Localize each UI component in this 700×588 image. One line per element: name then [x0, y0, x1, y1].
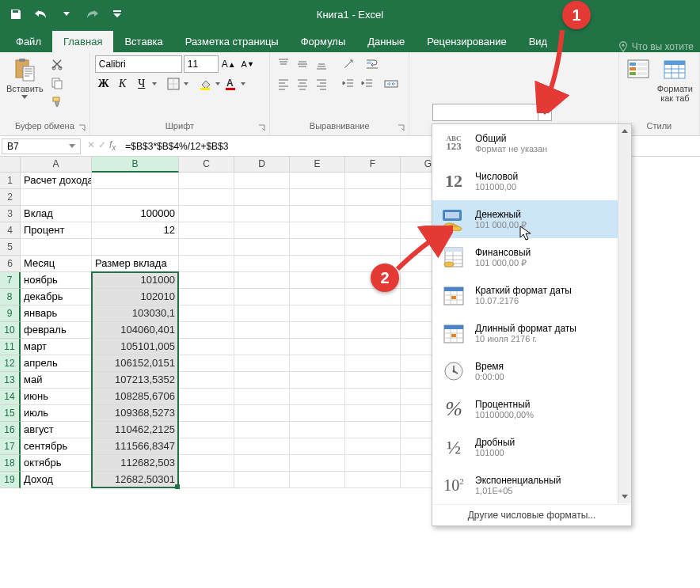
- font-size-select[interactable]: [184, 55, 219, 73]
- underline-button[interactable]: Ч: [133, 75, 150, 93]
- number-format-scientific[interactable]: 102Экспоненциальный1,01E+05: [432, 466, 631, 504]
- cell[interactable]: [234, 438, 290, 455]
- cell[interactable]: [179, 239, 234, 256]
- cell[interactable]: [345, 389, 401, 405]
- number-format-accounting[interactable]: Финансовый101 000,00 ₽: [432, 238, 631, 276]
- align-middle-button[interactable]: [294, 55, 311, 73]
- col-header-C[interactable]: C: [179, 157, 234, 173]
- save-button[interactable]: [5, 3, 27, 25]
- cell[interactable]: [345, 339, 401, 355]
- cell[interactable]: 12682,50301: [92, 472, 179, 488]
- cell[interactable]: [21, 189, 92, 206]
- fx-icon[interactable]: fx: [109, 139, 116, 152]
- cell[interactable]: [234, 355, 290, 372]
- cell[interactable]: [345, 455, 401, 472]
- tab-insert[interactable]: Вставка: [113, 31, 173, 52]
- copy-button[interactable]: [48, 74, 66, 92]
- cell[interactable]: [234, 405, 290, 422]
- tab-page-layout[interactable]: Разметка страницы: [174, 31, 290, 52]
- row-header[interactable]: 2: [0, 189, 21, 206]
- cell[interactable]: Процент: [21, 222, 92, 239]
- cell[interactable]: [21, 239, 92, 256]
- font-expand[interactable]: [257, 123, 268, 134]
- enter-formula-icon[interactable]: ✓: [98, 139, 106, 152]
- cell[interactable]: [179, 305, 234, 322]
- cell[interactable]: [179, 422, 234, 438]
- undo-dropdown[interactable]: [55, 3, 78, 25]
- cell[interactable]: [290, 289, 345, 305]
- col-header-F[interactable]: F: [345, 157, 401, 173]
- cell[interactable]: [290, 272, 345, 289]
- row-header[interactable]: 1: [0, 173, 21, 189]
- cell[interactable]: [234, 455, 290, 472]
- increase-font-button[interactable]: A▲: [220, 55, 238, 73]
- row-header[interactable]: 7: [0, 272, 21, 289]
- fill-dropdown-icon[interactable]: [215, 82, 220, 85]
- tab-formulas[interactable]: Формулы: [290, 31, 357, 52]
- dropdown-scrollbar[interactable]: [618, 124, 631, 503]
- name-box[interactable]: B7: [2, 138, 81, 154]
- tell-me-search[interactable]: Что вы хотите: [618, 41, 700, 52]
- row-header[interactable]: 16: [0, 422, 21, 438]
- decrease-font-button[interactable]: A▼: [239, 55, 257, 73]
- increase-indent-button[interactable]: [359, 75, 376, 93]
- cell[interactable]: [290, 222, 345, 239]
- cell[interactable]: [234, 256, 290, 272]
- cell[interactable]: декабрь: [21, 289, 92, 305]
- cell[interactable]: [290, 389, 345, 405]
- col-header-E[interactable]: E: [290, 157, 345, 173]
- decrease-indent-button[interactable]: [340, 75, 357, 93]
- row-header[interactable]: 17: [0, 438, 21, 455]
- paste-button[interactable]: Вставить: [5, 55, 45, 101]
- cell[interactable]: сентябрь: [21, 438, 92, 455]
- qat-customize[interactable]: [106, 3, 128, 25]
- cell[interactable]: 103030,1: [92, 305, 179, 322]
- tab-home[interactable]: Главная: [52, 31, 113, 52]
- row-header[interactable]: 5: [0, 239, 21, 256]
- row-header[interactable]: 6: [0, 256, 21, 272]
- cell[interactable]: 111566,8347: [92, 438, 179, 455]
- row-header[interactable]: 15: [0, 405, 21, 422]
- tab-file[interactable]: Файл: [5, 31, 52, 52]
- cell[interactable]: 109368,5273: [92, 405, 179, 422]
- cell[interactable]: [345, 305, 401, 322]
- row-header[interactable]: 11: [0, 339, 21, 355]
- cell[interactable]: Вклад: [21, 206, 92, 222]
- cell[interactable]: [290, 422, 345, 438]
- cell[interactable]: Расчет дохода от вклада: [21, 173, 92, 189]
- cell[interactable]: [179, 206, 234, 222]
- cell[interactable]: [234, 472, 290, 488]
- cell[interactable]: Месяц: [21, 256, 92, 272]
- cell[interactable]: [234, 173, 290, 189]
- align-bottom-button[interactable]: [313, 55, 330, 73]
- cut-button[interactable]: [48, 55, 66, 73]
- cell[interactable]: [234, 289, 290, 305]
- col-header-A[interactable]: A: [21, 157, 92, 173]
- cell[interactable]: ноябрь: [21, 272, 92, 289]
- cell[interactable]: [345, 189, 401, 206]
- number-format-longdate[interactable]: Длинный формат даты10 июля 2176 г.: [432, 314, 631, 352]
- cell[interactable]: 104060,401: [92, 322, 179, 339]
- cell[interactable]: 105101,005: [92, 339, 179, 355]
- row-header[interactable]: 8: [0, 289, 21, 305]
- cell[interactable]: апрель: [21, 355, 92, 372]
- cell[interactable]: 101000: [92, 272, 179, 289]
- row-header[interactable]: 10: [0, 322, 21, 339]
- cell[interactable]: [345, 206, 401, 222]
- cell[interactable]: [179, 438, 234, 455]
- cell[interactable]: [179, 256, 234, 272]
- number-format-combo[interactable]: [432, 104, 538, 121]
- cell[interactable]: [179, 339, 234, 355]
- cell[interactable]: [92, 189, 179, 206]
- cell[interactable]: август: [21, 422, 92, 438]
- cell[interactable]: октябрь: [21, 455, 92, 472]
- cell[interactable]: [234, 222, 290, 239]
- align-left-button[interactable]: [275, 75, 292, 93]
- cell[interactable]: [345, 322, 401, 339]
- cell[interactable]: 112682,503: [92, 455, 179, 472]
- cell[interactable]: февраль: [21, 322, 92, 339]
- cell[interactable]: [179, 455, 234, 472]
- cell[interactable]: [345, 472, 401, 488]
- cell[interactable]: [345, 405, 401, 422]
- cell[interactable]: [290, 372, 345, 389]
